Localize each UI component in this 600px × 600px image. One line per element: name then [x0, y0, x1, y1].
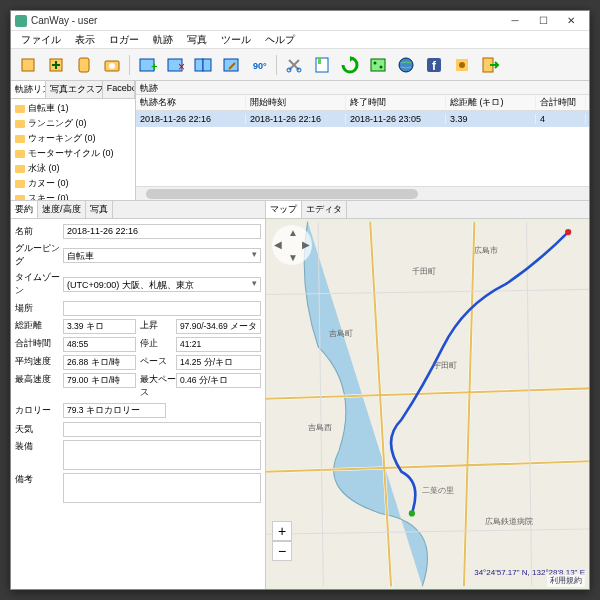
toolbar: + × 90° f	[11, 49, 589, 81]
svg-text:二葉の里: 二葉の里	[422, 485, 454, 495]
max-pace-value: 0.46 分/キロ	[176, 373, 261, 388]
place-field[interactable]	[63, 301, 261, 316]
map-attribution[interactable]: 利用規約	[547, 574, 585, 587]
titlebar: CanWay - user ─ ☐ ✕	[11, 11, 589, 31]
svg-point-18	[374, 61, 377, 64]
tool-add-icon[interactable]: +	[134, 52, 160, 78]
tab-speed[interactable]: 速度/高度	[38, 201, 86, 218]
svg-point-19	[380, 65, 383, 68]
menu-help[interactable]: ヘルプ	[259, 32, 301, 48]
tab-track-list[interactable]: 軌跡リスト	[11, 81, 46, 98]
folder-icon	[15, 180, 25, 188]
distance-value: 3.39 キロ	[63, 319, 136, 334]
tree-item[interactable]: スキー (0)	[13, 191, 133, 200]
svg-text:吉島西: 吉島西	[308, 422, 332, 432]
svg-text:広島鉄道病院: 広島鉄道病院	[485, 516, 533, 526]
sidebar: 軌跡リスト 写真エクスプローラ Facebook 自転車 (1) ランニング (…	[11, 81, 136, 200]
tool-edit-icon[interactable]	[218, 52, 244, 78]
minimize-button[interactable]: ─	[501, 12, 529, 30]
menu-photo[interactable]: 写真	[181, 32, 213, 48]
tool-exit-icon[interactable]	[477, 52, 503, 78]
table-row[interactable]: 2018-11-26 22:16 2018-11-26 22:16 2018-1…	[136, 111, 589, 127]
map-view[interactable]: 千田町 吉島町 宇田町 吉島西 二葉の里 広島市 広島鉄道病院 ▲ ▼ ◀ ▶	[266, 219, 589, 589]
tab-photo[interactable]: 写真	[86, 201, 113, 218]
folder-icon	[15, 195, 25, 201]
pace-value: 14.25 分/キロ	[176, 355, 261, 370]
tree-item[interactable]: ウォーキング (0)	[13, 131, 133, 146]
map-pan-control[interactable]: ▲ ▼ ◀ ▶	[272, 225, 312, 265]
tree-item[interactable]: ランニング (0)	[13, 116, 133, 131]
tool-earth-icon[interactable]	[393, 52, 419, 78]
svg-text:宇田町: 宇田町	[433, 360, 457, 370]
tool-camera-icon[interactable]	[99, 52, 125, 78]
tab-editor[interactable]: エディタ	[302, 201, 347, 218]
svg-rect-0	[22, 59, 34, 71]
tree-item[interactable]: 水泳 (0)	[13, 161, 133, 176]
tool-delete-icon[interactable]: ×	[162, 52, 188, 78]
total-time-value: 48:55	[63, 337, 136, 352]
menu-view[interactable]: 表示	[69, 32, 101, 48]
tool-cut-icon[interactable]	[281, 52, 307, 78]
tool-share-icon[interactable]	[365, 52, 391, 78]
maximize-button[interactable]: ☐	[529, 12, 557, 30]
weather-field[interactable]	[63, 422, 261, 437]
pan-right-icon[interactable]: ▶	[302, 239, 310, 250]
svg-point-28	[409, 510, 415, 516]
menu-tool[interactable]: ツール	[215, 32, 257, 48]
tab-summary[interactable]: 要約	[11, 201, 38, 218]
zoom-out-button[interactable]: −	[272, 541, 292, 561]
svg-text:広島市: 広島市	[474, 245, 498, 255]
tool-settings-icon[interactable]	[449, 52, 475, 78]
menu-track[interactable]: 軌跡	[147, 32, 179, 48]
pan-down-icon[interactable]: ▼	[288, 252, 298, 263]
tool-refresh-icon[interactable]	[337, 52, 363, 78]
folder-icon	[15, 165, 25, 173]
folder-icon	[15, 120, 25, 128]
tab-map[interactable]: マップ	[266, 201, 302, 218]
grid-header: 軌跡名称 開始時刻 終了時間 総距離 (キロ) 合計時間	[136, 95, 589, 111]
svg-text:+: +	[151, 60, 157, 74]
name-field[interactable]: 2018-11-26 22:16	[63, 224, 261, 239]
tab-facebook[interactable]: Facebook	[103, 81, 135, 98]
tree-item[interactable]: カヌー (0)	[13, 176, 133, 191]
category-tree: 自転車 (1) ランニング (0) ウォーキング (0) モーターサイクル (0…	[11, 99, 135, 200]
timezone-select[interactable]: (UTC+09:00) 大阪、札幌、東京	[63, 277, 261, 292]
tree-item[interactable]: モーターサイクル (0)	[13, 146, 133, 161]
equipment-field[interactable]	[63, 440, 261, 470]
svg-text:×: ×	[178, 60, 185, 74]
pan-up-icon[interactable]: ▲	[288, 227, 298, 238]
menu-logger[interactable]: ロガー	[103, 32, 145, 48]
tab-photo-explorer[interactable]: 写真エクスプローラ	[46, 81, 102, 98]
svg-rect-10	[203, 59, 211, 71]
svg-rect-16	[318, 58, 321, 64]
tool-rotate-icon[interactable]: 90°	[246, 52, 272, 78]
tool-import-icon[interactable]	[43, 52, 69, 78]
tree-item[interactable]: 自転車 (1)	[13, 101, 133, 116]
tool-download-icon[interactable]	[15, 52, 41, 78]
zoom-in-button[interactable]: +	[272, 521, 292, 541]
memo-field[interactable]	[63, 473, 261, 503]
max-speed-value: 79.00 キロ/時	[63, 373, 136, 388]
pan-left-icon[interactable]: ◀	[274, 239, 282, 250]
tool-gps-icon[interactable]	[71, 52, 97, 78]
svg-text:90°: 90°	[253, 61, 267, 71]
horizontal-scrollbar[interactable]	[136, 186, 589, 200]
folder-icon	[15, 105, 25, 113]
svg-rect-15	[316, 58, 328, 72]
menu-file[interactable]: ファイル	[15, 32, 67, 48]
svg-point-4	[109, 63, 115, 69]
svg-rect-11	[224, 59, 238, 71]
tool-bookmark-icon[interactable]	[309, 52, 335, 78]
track-header: 軌跡	[136, 81, 589, 95]
svg-point-20	[399, 58, 413, 72]
group-select[interactable]: 自転車	[63, 248, 261, 263]
folder-icon	[15, 150, 25, 158]
tool-merge-icon[interactable]	[190, 52, 216, 78]
menubar: ファイル 表示 ロガー 軌跡 写真 ツール ヘルプ	[11, 31, 589, 49]
tool-facebook-icon[interactable]: f	[421, 52, 447, 78]
elevation-value: 97.90/-34.69 メータ	[176, 319, 261, 334]
svg-rect-17	[371, 59, 385, 71]
svg-point-24	[459, 62, 465, 68]
close-button[interactable]: ✕	[557, 12, 585, 30]
svg-rect-9	[195, 59, 203, 71]
